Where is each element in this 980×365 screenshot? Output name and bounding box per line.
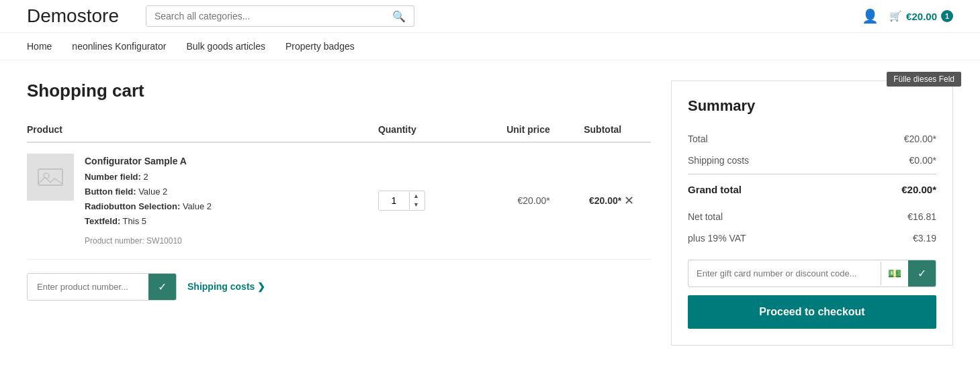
cart-count-badge: 1 [941, 10, 953, 22]
logo-bold: Demo [27, 5, 77, 26]
quantity-input[interactable]: 1 [379, 191, 409, 210]
total-label: Total [688, 134, 708, 144]
nav-property-badges[interactable]: Property badges [285, 41, 355, 52]
cart-title: Shopping cart [27, 81, 651, 101]
user-icon[interactable]: 👤 [862, 8, 879, 24]
search-input[interactable] [146, 6, 384, 26]
summary-title: Summary [688, 97, 936, 115]
search-button[interactable]: 🔍 [384, 6, 414, 26]
nav: Home neonlines Konfigurator Bulk goods a… [0, 33, 980, 60]
product-name: Configurator Sample A [85, 154, 212, 170]
logo-light: store [77, 5, 119, 26]
summary-shipping-row: Shipping costs €0.00* [688, 150, 936, 171]
col-quantity: Quantity [378, 117, 467, 142]
summary-net-row: Net total €16.81 [688, 201, 936, 227]
summary-vat-row: plus 19% VAT €3.19 [688, 227, 936, 249]
main-content: Shopping cart Product Quantity Unit pric… [0, 60, 980, 365]
product-cell: Configurator Sample A Number field: 2 Bu… [27, 154, 378, 248]
cart-button[interactable]: 🛒 €20.00 1 [889, 10, 953, 22]
shipping-arrow-icon: ❯ [257, 281, 265, 292]
product-details: Configurator Sample A Number field: 2 Bu… [85, 154, 212, 248]
shipping-value: €0.00* [909, 155, 936, 166]
vat-label: plus 19% VAT [688, 233, 746, 244]
subtotal-cell: €20.00* [550, 142, 621, 259]
grand-total-value: €20.00* [901, 184, 936, 195]
col-subtotal: Subtotal [550, 117, 621, 142]
field-number: Number field: 2 [85, 170, 212, 185]
vat-value: €3.19 [913, 233, 936, 244]
grand-total-label: Grand total [688, 184, 742, 195]
summary-panel: Summary Total €20.00* Shipping costs €0.… [671, 81, 953, 346]
logo: Demostore [27, 5, 119, 27]
shipping-costs-link[interactable]: Shipping costs ❯ [187, 281, 265, 292]
field-textfeld: Textfeld: This 5 [85, 214, 212, 229]
cart-icon: 🛒 [889, 10, 902, 22]
quantity-up[interactable]: ▲ [410, 192, 422, 201]
nav-home[interactable]: Home [27, 41, 52, 52]
product-number-submit[interactable]: ✓ [148, 274, 176, 300]
cart-table: Product Quantity Unit price Subtotal [27, 117, 651, 260]
product-number-input-group: ✓ [27, 273, 177, 301]
col-product: Product [27, 117, 378, 142]
quantity-down[interactable]: ▼ [410, 201, 422, 209]
shipping-costs-label: Shipping costs [187, 281, 255, 292]
field-radiobutton: Radiobutton Selection: Value 2 [85, 199, 212, 214]
remove-item-button[interactable]: ✕ [621, 191, 637, 211]
header-right: 👤 🛒 €20.00 1 [862, 8, 953, 24]
discount-confirm-button[interactable]: ✓ [908, 260, 936, 286]
cart-price: €20.00 [906, 11, 937, 22]
table-row: Configurator Sample A Number field: 2 Bu… [27, 142, 651, 259]
field-button: Button field: Value 2 [85, 185, 212, 199]
quantity-stepper: 1 ▲ ▼ [378, 191, 425, 211]
cart-section: Shopping cart Product Quantity Unit pric… [27, 81, 651, 301]
col-unit-price: Unit price [467, 117, 550, 142]
summary-grand-total-row: Grand total €20.00* [688, 174, 936, 201]
net-total-value: €16.81 [907, 211, 936, 222]
tooltip: Fülle dieses Feld [887, 72, 961, 87]
discount-field[interactable] [688, 262, 881, 285]
nav-konfigurator[interactable]: neonlines Konfigurator [72, 41, 166, 52]
nav-bulk-goods[interactable]: Bulk goods articles [186, 41, 265, 52]
unit-price-cell: €20.00* [467, 142, 550, 259]
shipping-label: Shipping costs [688, 155, 749, 166]
quantity-arrows: ▲ ▼ [409, 192, 422, 209]
net-total-label: Net total [688, 211, 723, 222]
total-value: €20.00* [904, 134, 936, 144]
search-bar: 🔍 [146, 5, 414, 27]
product-number: Product number: SW10010 [85, 234, 212, 248]
product-number-field[interactable] [28, 275, 148, 299]
summary-total-row: Total €20.00* [688, 128, 936, 150]
gift-card-icon-button[interactable]: 💵 [881, 262, 908, 285]
cart-footer: ✓ Shipping costs ❯ [27, 273, 651, 301]
discount-input-group: 💵 ✓ [688, 260, 936, 287]
checkout-button[interactable]: Proceed to checkout [688, 295, 936, 329]
product-image [27, 154, 74, 201]
header: Demostore 🔍 👤 🛒 €20.00 1 [0, 0, 980, 33]
